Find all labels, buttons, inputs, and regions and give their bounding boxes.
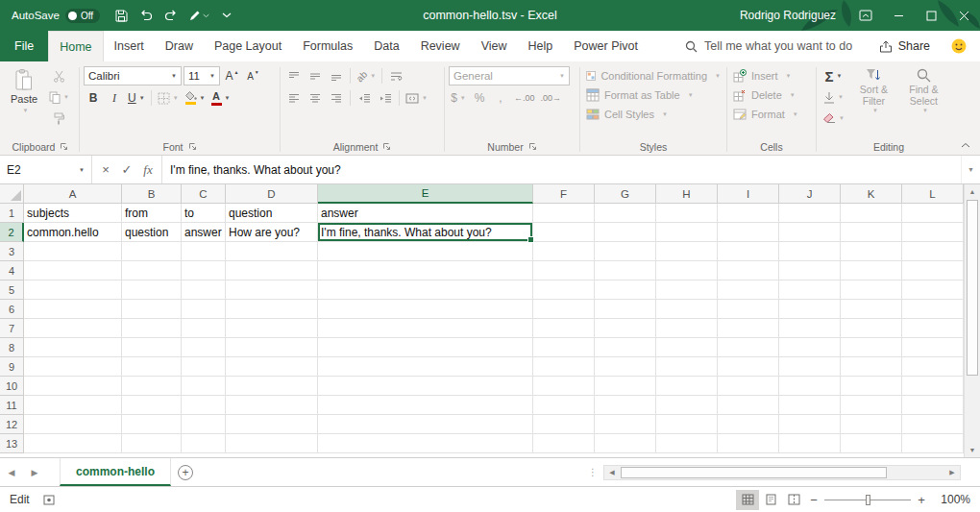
cell-I5[interactable] bbox=[718, 280, 779, 300]
cell-G7[interactable] bbox=[595, 319, 656, 338]
cell-C8[interactable] bbox=[182, 338, 226, 357]
cell-B9[interactable] bbox=[122, 357, 182, 377]
cell-E4[interactable] bbox=[318, 261, 533, 280]
borders-button[interactable] bbox=[156, 88, 181, 108]
cell-K10[interactable] bbox=[841, 377, 902, 396]
scroll-up-arrow[interactable]: ▲ bbox=[965, 184, 980, 199]
align-top-button[interactable] bbox=[284, 66, 304, 85]
tab-help[interactable]: Help bbox=[518, 31, 564, 61]
cell-D8[interactable] bbox=[226, 338, 318, 357]
cell-B6[interactable] bbox=[122, 300, 182, 319]
number-dialog-launcher[interactable] bbox=[528, 142, 537, 151]
number-format-combo[interactable]: General bbox=[449, 66, 570, 85]
cell-I7[interactable] bbox=[718, 319, 779, 338]
cell-D9[interactable] bbox=[226, 357, 318, 377]
cell-J3[interactable] bbox=[779, 242, 841, 261]
minimize-button[interactable] bbox=[882, 0, 915, 31]
tab-scrollbar-splitter[interactable]: ⋮ bbox=[582, 458, 603, 486]
close-button[interactable] bbox=[947, 0, 980, 31]
clear-button[interactable] bbox=[821, 109, 846, 128]
cell-H9[interactable] bbox=[656, 357, 718, 377]
cell-C1[interactable]: to bbox=[182, 204, 226, 223]
cell-L7[interactable] bbox=[902, 319, 964, 338]
maximize-button[interactable] bbox=[915, 0, 947, 31]
row-header-11[interactable]: 11 bbox=[0, 396, 24, 415]
font-name-combo[interactable]: Calibri bbox=[84, 66, 182, 85]
cell-B2[interactable]: question bbox=[122, 223, 182, 242]
cell-E7[interactable] bbox=[318, 319, 533, 338]
cell-G12[interactable] bbox=[595, 415, 656, 434]
name-box[interactable]: E2 bbox=[0, 156, 92, 183]
cut-button[interactable] bbox=[47, 66, 71, 85]
tab-formulas[interactable]: Formulas bbox=[292, 31, 363, 61]
align-left-button[interactable] bbox=[284, 88, 304, 108]
tab-file[interactable]: File bbox=[0, 31, 48, 61]
cell-G11[interactable] bbox=[595, 396, 656, 415]
row-header-4[interactable]: 4 bbox=[0, 261, 24, 280]
cell-H4[interactable] bbox=[656, 261, 718, 280]
cell-K6[interactable] bbox=[841, 300, 902, 319]
tab-view[interactable]: View bbox=[471, 31, 518, 61]
orientation-button[interactable]: ab bbox=[355, 66, 378, 85]
format-as-table-button[interactable]: Format as Table bbox=[584, 85, 723, 104]
cell-A5[interactable] bbox=[24, 280, 122, 300]
cell-K4[interactable] bbox=[841, 261, 902, 280]
cell-J10[interactable] bbox=[779, 377, 841, 396]
cell-F7[interactable] bbox=[533, 319, 595, 338]
decrease-font-size-button[interactable]: A▼ bbox=[243, 66, 262, 85]
cell-L3[interactable] bbox=[902, 242, 964, 261]
cell-E8[interactable] bbox=[318, 338, 533, 357]
cell-I11[interactable] bbox=[718, 396, 779, 415]
cell-H2[interactable] bbox=[656, 223, 718, 242]
column-header-D[interactable]: D bbox=[226, 184, 318, 204]
cell-A12[interactable] bbox=[24, 415, 122, 434]
row-header-6[interactable]: 6 bbox=[0, 300, 24, 319]
cell-D2[interactable]: How are you? bbox=[226, 223, 318, 242]
conditional-formatting-button[interactable]: Conditional Formatting bbox=[584, 66, 723, 85]
row-header-13[interactable]: 13 bbox=[0, 434, 24, 453]
column-header-B[interactable]: B bbox=[122, 184, 182, 204]
select-all-button[interactable] bbox=[0, 184, 24, 204]
sort-filter-button[interactable]: Sort & Filter bbox=[851, 66, 896, 113]
cell-B4[interactable] bbox=[122, 261, 182, 280]
row-header-1[interactable]: 1 bbox=[0, 204, 24, 223]
cell-K13[interactable] bbox=[841, 434, 902, 453]
collapse-ribbon-button[interactable] bbox=[957, 138, 974, 152]
horizontal-scroll-thumb[interactable] bbox=[621, 467, 887, 478]
cell-J6[interactable] bbox=[779, 300, 841, 319]
cell-D13[interactable] bbox=[226, 434, 318, 453]
cell-H8[interactable] bbox=[656, 338, 718, 357]
cell-A6[interactable] bbox=[24, 300, 122, 319]
cell-A13[interactable] bbox=[24, 434, 122, 453]
cell-I13[interactable] bbox=[718, 434, 779, 453]
cell-C5[interactable] bbox=[182, 280, 226, 300]
vertical-scrollbar[interactable]: ▲ ▼ bbox=[964, 184, 980, 457]
cell-G13[interactable] bbox=[595, 434, 656, 453]
increase-decimal-button[interactable]: ←.00 bbox=[512, 88, 537, 108]
column-header-E[interactable]: E bbox=[318, 184, 533, 204]
page-break-view-button[interactable] bbox=[782, 490, 805, 510]
tab-review[interactable]: Review bbox=[410, 31, 471, 61]
normal-view-button[interactable] bbox=[736, 490, 759, 510]
user-name[interactable]: Rodrigo Rodriguez bbox=[740, 9, 836, 22]
cell-F13[interactable] bbox=[533, 434, 595, 453]
delete-cells-button[interactable]: Delete bbox=[731, 85, 812, 104]
wrap-text-button[interactable] bbox=[386, 66, 405, 85]
zoom-slider[interactable] bbox=[824, 493, 911, 506]
cell-L13[interactable] bbox=[902, 434, 964, 453]
cell-A1[interactable]: subjects bbox=[24, 204, 122, 223]
column-header-F[interactable]: F bbox=[533, 184, 595, 204]
tab-insert[interactable]: Insert bbox=[104, 31, 155, 61]
column-header-G[interactable]: G bbox=[595, 184, 656, 204]
cell-E6[interactable] bbox=[318, 300, 533, 319]
enter-button[interactable]: ✓ bbox=[116, 156, 137, 183]
cell-C13[interactable] bbox=[182, 434, 226, 453]
italic-button[interactable]: I bbox=[105, 88, 124, 108]
cell-G4[interactable] bbox=[595, 261, 656, 280]
clipboard-dialog-launcher[interactable] bbox=[60, 142, 68, 151]
cell-I3[interactable] bbox=[718, 242, 779, 261]
cell-J7[interactable] bbox=[779, 319, 841, 338]
cell-A9[interactable] bbox=[24, 357, 122, 377]
align-right-button[interactable] bbox=[327, 88, 346, 108]
row-header-5[interactable]: 5 bbox=[0, 280, 24, 300]
